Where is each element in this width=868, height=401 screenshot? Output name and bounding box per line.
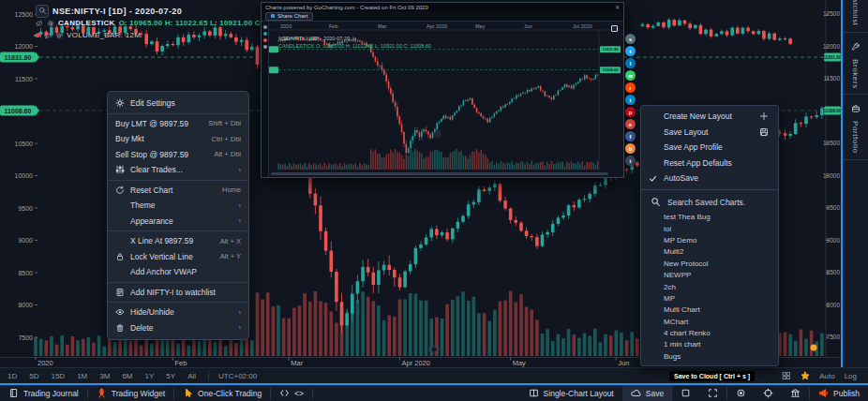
series-name: CANDLESTICK	[58, 19, 115, 27]
menu-item-lock-vertical-line[interactable]: Lock Vertical LineAlt + Y	[108, 249, 248, 265]
divider	[208, 371, 209, 380]
svg-text:10000: 10000	[823, 172, 840, 179]
search-saved-charts-input[interactable]: Search Saved Charts.	[641, 193, 778, 212]
save-tooltip: Save to Cloud [ Ctrl + s ]	[669, 371, 755, 381]
range-button-all[interactable]: All	[187, 372, 196, 380]
menu-item-add-anchor-vwap[interactable]: Add Anchor VWAP	[108, 264, 248, 280]
svg-text:NSE:NIFTY-I [1D] - 2020-07-20: NSE:NIFTY-I [1D] - 2020-07-20	[278, 36, 350, 41]
popup-mini-chart[interactable]: 2020FebMarApr 2020MayJunJul 2020NSE:NIFT…	[269, 22, 623, 174]
popup-drawing-toolbar[interactable]	[262, 22, 269, 177]
range-button-5d[interactable]: 5D	[29, 372, 38, 380]
range-button-15d[interactable]: 15D	[51, 372, 65, 380]
publish-button[interactable]: Publish	[810, 385, 868, 401]
saved-chart-item[interactable]: MP	[641, 292, 778, 304]
log-scale-toggle[interactable]: Log	[845, 372, 857, 380]
square-button[interactable]	[672, 385, 699, 401]
sidebar-tab-brokers[interactable]: Brokers	[843, 33, 868, 96]
target-icon	[763, 388, 773, 398]
menu-item-reset-chart[interactable]: Reset ChartHome	[108, 183, 248, 199]
share-facebook-button[interactable]: f	[625, 131, 636, 141]
target-button[interactable]	[755, 385, 782, 401]
share-email-button[interactable]: e	[625, 119, 636, 129]
code-button[interactable]: <>	[271, 385, 312, 401]
eye-off-icon[interactable]	[44, 32, 52, 39]
saved-chart-item[interactable]: New Protocol	[641, 258, 778, 269]
saved-chart-item[interactable]: lol	[641, 223, 778, 234]
magnifier-icon[interactable]	[36, 5, 49, 18]
saved-chart-item[interactable]: MP Demo	[641, 234, 778, 245]
range-button-1y[interactable]: 1Y	[145, 372, 155, 380]
menu-item-reset-app-defaults[interactable]: Reset App Defaults	[641, 156, 778, 171]
saved-chart-item[interactable]: Multi2	[641, 246, 778, 258]
copy-icon[interactable]	[611, 25, 618, 32]
menu-item-save-layout[interactable]: Save Layout	[641, 125, 778, 141]
menu-item-x-line-at-9897-59[interactable]: X Line At 9897.59Alt + X	[108, 233, 248, 249]
share-blogger-button[interactable]: b	[625, 143, 636, 154]
symbol-title: NSE:NIFTY-I [1D] - 2020-07-20	[52, 7, 182, 16]
gear-icon	[55, 32, 63, 39]
range-button-5y[interactable]: 5Y	[166, 372, 175, 380]
menu-item-create-new-layout[interactable]: Create New Layout	[641, 109, 778, 125]
svg-text:11831.80: 11831.80	[5, 54, 32, 61]
tab-share-chart[interactable]: Share Chart	[265, 12, 313, 21]
sliders-icon	[115, 165, 125, 174]
wrench-icon	[851, 42, 861, 52]
svg-text:10000: 10000	[15, 172, 34, 179]
saved-chart-item[interactable]: MChart	[641, 316, 778, 327]
range-button-1d[interactable]: 1D	[7, 372, 17, 380]
menu-item-theme[interactable]: Theme›	[108, 198, 248, 214]
saved-chart-item[interactable]: 2ch	[641, 281, 778, 292]
menu-item-buy-mkt[interactable]: Buy MktCtrl + Dbl	[108, 131, 248, 147]
menu-item-sell-stop-9897-59[interactable]: Sell Stop @ 9897.59Alt + Dbl	[108, 147, 248, 163]
svg-text:11008.60: 11008.60	[824, 109, 842, 113]
menu-item-delete[interactable]: Delete›	[108, 320, 248, 336]
saved-chart-item[interactable]: Multi Chart	[641, 304, 778, 316]
one-click-trading-button[interactable]: One-Click Trading	[174, 385, 270, 401]
sidebar-tab-portfolio[interactable]: Portfolio	[843, 95, 868, 160]
menu-item-edit-settings[interactable]: Edit Settings	[108, 96, 248, 111]
svg-text:12000: 12000	[15, 43, 34, 50]
share-telegram-button[interactable]: t	[625, 95, 636, 105]
share-pinterest-button[interactable]: p	[625, 107, 636, 117]
save-button[interactable]: Save	[622, 385, 672, 401]
gear-icon[interactable]	[55, 32, 63, 39]
share-tumblr-button[interactable]: t	[625, 156, 636, 166]
camera-button[interactable]	[727, 385, 755, 401]
saved-chart-item[interactable]: Bugs	[641, 350, 778, 362]
menu-item-save-app-profile[interactable]: Save App Profile	[641, 140, 778, 156]
bank-button[interactable]	[782, 385, 809, 401]
range-button-1m[interactable]: 1M	[77, 372, 87, 380]
single-chart-layout-button[interactable]: Single-Chart Layout	[520, 385, 622, 401]
trading-widget-button[interactable]: Trading Widget	[88, 385, 173, 401]
close-icon[interactable]: ✕	[615, 4, 620, 10]
auto-scale-toggle[interactable]: Auto	[819, 372, 834, 380]
saved-chart-item[interactable]: 1 min chart	[641, 339, 778, 350]
range-button-3m[interactable]: 3M	[99, 372, 110, 380]
menu-item-hide-unhide[interactable]: Hide/Unhide›	[108, 304, 248, 320]
star-icon[interactable]	[801, 367, 810, 384]
share-twitter-button[interactable]: t	[625, 46, 636, 56]
share-reddit-button[interactable]: r	[625, 82, 636, 93]
menu-item-add-nifty-i-to-watchlist[interactable]: Add NIFTY-I to watchlist	[108, 285, 248, 301]
gear-icon[interactable]	[47, 20, 54, 27]
share-share-button[interactable]: s	[625, 34, 636, 44]
menu-item-buy-lmt-9897-59[interactable]: Buy LMT @ 9897.59Shift + Dbl	[108, 116, 248, 132]
svg-text:May: May	[475, 23, 486, 29]
trading-journal-button[interactable]: Trading Journal	[0, 385, 87, 401]
grid-icon[interactable]	[782, 367, 791, 384]
expand-button[interactable]	[699, 385, 726, 401]
eye-off-icon[interactable]	[36, 20, 43, 27]
popup-tabrow: Share Chart	[262, 11, 623, 22]
menu-item-autosave[interactable]: AutoSave	[641, 171, 778, 186]
saved-chart-item[interactable]: 4 chart Renko	[641, 327, 778, 338]
menu-item-appearance[interactable]: Appearance›	[108, 214, 248, 230]
share-linkedin-button[interactable]: l	[625, 58, 636, 68]
saved-chart-item[interactable]: NEWPP	[641, 269, 778, 280]
timezone-label[interactable]: UTC+02:00	[218, 372, 257, 380]
menu-item-clear-trades[interactable]: Clear Trades...›	[108, 162, 248, 178]
popup-scrollbar[interactable]	[271, 172, 608, 175]
share-whatsapp-button[interactable]: w	[625, 70, 636, 81]
range-button-6m[interactable]: 6M	[122, 372, 132, 380]
saved-chart-item[interactable]: test Thea Bug	[641, 212, 778, 223]
sidebar-tab-watchlist[interactable]: Watchlist	[843, 0, 868, 33]
